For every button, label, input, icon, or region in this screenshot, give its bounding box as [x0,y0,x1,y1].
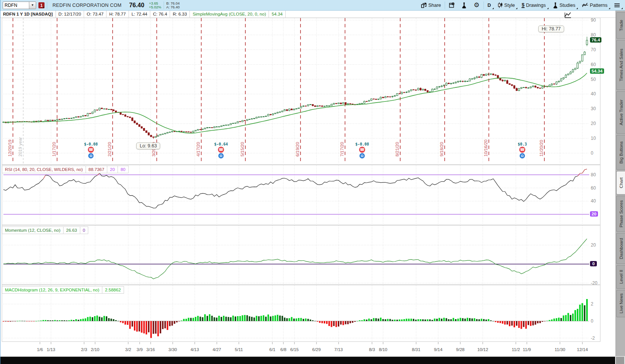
patterns-label: Patterns [590,3,608,8]
symbol-input[interactable] [3,2,29,9]
date-line-label: 6/19/20 [295,142,300,157]
dividend-icon[interactable]: Ω [218,153,224,158]
conference-call-icon[interactable]: ☎ [359,147,365,153]
flask-icon [461,2,467,8]
sidebar-tab-phase-scores[interactable]: Phase Scores [616,196,625,232]
sidebar-tab-big-buttons[interactable]: Big Buttons [616,135,625,170]
rsi-header-cell[interactable]: 88.7367 [86,166,108,173]
rsi-panel-bg [2,165,600,225]
macd-header-cell[interactable]: 2.58862 [102,286,124,294]
toolbar-separator [164,2,164,9]
sidebar-tab-label: Level II [619,270,623,284]
momentum-header-cell[interactable]: Momentum (12, CLOSE, no) [2,226,64,234]
thinkorswim-chart-window: ▼ 1 REDFIN CORPORATION COM 76.40 +3.65 +… [0,0,625,364]
studies-button[interactable]: Studies [550,1,579,10]
sidebar-tab-level-ii[interactable]: Level II [616,265,625,289]
sidebar-tab-times-and-sales[interactable]: Times And Sales [616,40,625,90]
candlestick-style-icon [498,2,503,8]
xaxis-tick-label: 6/29 [312,347,321,352]
sidebar-tab-label: Chart [619,177,623,188]
alerts-badge[interactable]: 1 [38,2,45,8]
horizontal-scrollbar [0,356,625,364]
style-label: Style [504,3,515,8]
sidebar-tab-live-news[interactable]: Live News [616,290,625,317]
ohlc-header: RDFN 1 Y 1D [NASDAQ]D: 12/17/20O: 73.47H… [0,11,615,18]
ohlc-cell: RDFN 1 Y 1D [NASDAQ] [0,11,56,17]
xaxis-tick-label: 11/30 [555,347,565,352]
sidebar-tab-label: Active Trader [619,100,623,125]
svg-text:60: 60 [591,185,596,191]
xaxis-tick-label: 6/1 [269,347,275,352]
conference-call-icon[interactable]: ☎ [519,147,525,153]
price-change: +3.65 +5.02% [149,2,161,9]
symbol-dropdown-button[interactable]: ▼ [29,2,36,9]
conference-call-icon[interactable]: ☎ [218,147,224,153]
patterns-button[interactable]: Patterns [579,1,611,10]
chart-region: 12/20/192019 year1/17/202/21/203/20/204/… [0,11,615,356]
restore-chart-icon[interactable] [564,12,572,20]
momentum-study-header[interactable]: Momentum (12, CLOSE, no)26.630 [2,226,88,234]
dividend-amount-label: $-0.08 [84,142,98,146]
chart-canvas[interactable]: 12/20/192019 year1/17/202/21/203/20/204/… [0,11,615,356]
sidebar-tab-trade[interactable]: Trade [616,12,625,39]
corporate-event-marker[interactable]: $0.3☎Ω [518,142,527,158]
svg-text:40: 40 [591,91,596,97]
svg-text:80: 80 [591,172,596,177]
rsi-header-cell[interactable]: 80 [118,166,129,173]
dividend-icon[interactable]: Ω [520,153,525,158]
toolbar-right-group: Share ! ⚙ D Style $ Drawings [418,0,623,11]
timeframe-button[interactable]: D [485,1,494,10]
quick-study-button[interactable] [458,1,470,10]
sidebar-tab-dashboard[interactable]: Dashboard [616,233,625,264]
svg-text:50: 50 [591,77,596,82]
settings-button[interactable]: ⚙ [471,1,482,10]
ohlc-cell: SimpleMovingAvg (CLOSE, 20, 0, no) [190,11,269,17]
date-line-label: 9/18/20 [439,142,444,157]
momentum-header-cell[interactable]: 26.63 [64,226,80,234]
timeframe-label: D [488,3,491,8]
xaxis-tick-label: 9/14 [434,347,443,352]
corporate-event-marker[interactable]: $-0.08☎Ω [84,142,98,158]
calendar-events-button[interactable]: ! [446,1,458,10]
momentum-header-cell[interactable]: 0 [80,226,88,234]
svg-text:20: 20 [591,121,596,126]
macd-header-cell[interactable]: MACDHistogram (12, 26, 9, EXPONENTIAL, n… [2,286,102,294]
drawings-button[interactable]: $ Drawings [518,1,549,10]
xaxis-tick-label: 8/3 [369,347,375,352]
chevron-down-icon: ▼ [31,3,34,7]
toolbar-separator [483,2,484,9]
low-callout: Lo: 9.63 [136,142,160,149]
rsi-header-cell[interactable]: 20 [107,166,118,173]
xaxis-tick-label: 3/16 [146,347,155,352]
corporate-event-marker[interactable]: $-0.64☎Ω [214,142,228,158]
dividend-amount-label: $-0.64 [214,142,228,146]
style-button[interactable]: Style [495,1,518,10]
rsi-header-cell[interactable]: RSI (14, 80, 20, CLOSE, WILDERS, no) [2,166,86,173]
macd-study-header[interactable]: MACDHistogram (12, 26, 9, EXPONENTIAL, n… [2,286,124,294]
gadget-tab-strip: TradeTimes And SalesActive TraderBig But… [615,11,625,364]
sidebar-tab-label: Trade [619,20,623,31]
svg-text:10: 10 [591,136,596,141]
change-value: +3.65 [149,2,161,5]
date-line-label: 7/17/20 [340,142,344,157]
corporate-event-marker[interactable]: $-0.08☎Ω [355,142,369,158]
sidebar-tab-chart[interactable]: Chart [616,171,625,195]
rsi-study-header[interactable]: RSI (14, 80, 20, CLOSE, WILDERS, no)88.7… [2,166,129,173]
ohlc-cell: 54.34 [269,11,286,17]
conference-call-icon[interactable]: ☎ [88,147,94,153]
svg-text:70: 70 [591,47,596,52]
last-price-axis-badge: 76.4 [590,37,601,43]
toolbar-separator [47,2,47,9]
scrollbar-thumb[interactable] [0,357,615,364]
chart-menu-button[interactable] [611,1,623,10]
share-button[interactable]: Share [418,1,444,10]
xaxis-tick-label: 6/15 [290,347,299,352]
dividend-icon[interactable]: Ω [88,153,94,158]
xaxis-tick-label: 4/13 [191,347,199,352]
high-callout: Hi: 78.77 [538,25,564,32]
sidebar-tab-active-trader[interactable]: Active Trader [616,91,625,134]
xaxis-tick-label: 5/11 [235,347,243,352]
svg-text:-2: -2 [591,336,595,341]
company-name: REDFIN CORPORATION COM [49,3,124,8]
dividend-icon[interactable]: Ω [359,153,365,158]
